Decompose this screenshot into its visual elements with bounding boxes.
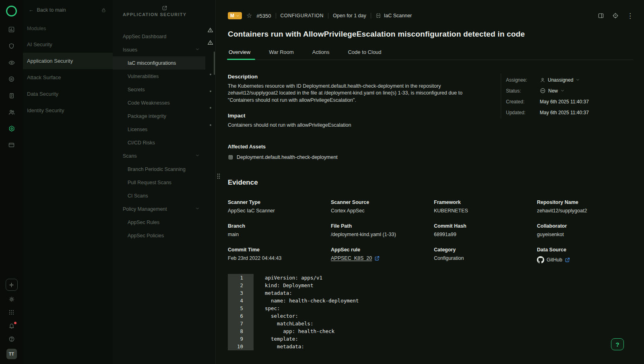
subnav-group-scans[interactable]: Scans	[113, 149, 205, 162]
field-data-source: Data Source GitHub	[537, 247, 634, 263]
field-commit-hash: Commit Hash68991a99	[434, 223, 530, 237]
rail-shield-button[interactable]	[0, 38, 23, 54]
bell-icon	[8, 323, 15, 329]
assignee-select[interactable]: Unassigned	[540, 77, 580, 83]
nav-item-identity-security[interactable]: Identity Security	[23, 102, 113, 119]
subnav-item-code-weaknesses[interactable]: Code Weaknesses	[113, 96, 205, 109]
github-icon	[537, 256, 544, 263]
rail-assets-button[interactable]	[0, 137, 23, 153]
panel-drag-handle[interactable]	[217, 173, 221, 181]
status-new-icon	[540, 88, 546, 94]
crosshair-icon[interactable]	[612, 12, 619, 19]
alert-strip	[205, 0, 216, 364]
divider	[276, 13, 276, 19]
subnav-group-issues[interactable]: Issues	[113, 43, 205, 56]
nav-list: AI Security Application Security Attack …	[23, 36, 113, 119]
code-line: 3metadata:	[228, 289, 634, 297]
external-link-icon[interactable]	[565, 257, 570, 263]
back-to-main-link[interactable]: ← Back to main	[23, 7, 113, 13]
description-title: Description	[228, 74, 489, 80]
tab-overview[interactable]: Overview	[228, 47, 251, 60]
evidence-section: Evidence Scanner TypeAppSec IaC Scanner …	[228, 179, 634, 350]
subnav-item-licenses[interactable]: Licenses	[113, 123, 205, 136]
tab-war-room[interactable]: War Room	[268, 47, 295, 60]
issue-detail-panel: M ☆ #5350 CONFIGURATION Open for 1 day I…	[216, 0, 644, 364]
rail-detection-button[interactable]	[0, 71, 23, 87]
appsec-rule-link[interactable]: APPSEC_K8S_20	[331, 255, 372, 261]
layout-panel-icon[interactable]	[598, 12, 604, 19]
assignee-row: Assignee: Unassigned	[506, 74, 634, 85]
status-row: Status: New	[506, 85, 634, 96]
target-icon	[8, 76, 15, 82]
subnav-item-cicd-risks[interactable]: CI/CD Risks	[113, 136, 205, 149]
subnav-item-appsec-rules[interactable]: AppSec Rules	[113, 216, 205, 229]
issue-id: #5350	[256, 13, 271, 19]
field-scanner-source: Scanner SourceCortex AppSec	[331, 199, 427, 214]
code-line: 7 matchLabels:	[228, 320, 634, 327]
scrollbar-thumb[interactable]	[214, 51, 215, 75]
user-avatar[interactable]: TT	[6, 349, 17, 359]
rail-application-security-button[interactable]	[0, 120, 23, 137]
external-link-icon[interactable]	[374, 256, 380, 261]
subnav-item-pull-request-scans[interactable]: Pull Request Scans	[113, 176, 205, 189]
subnav-item-appsec-policies[interactable]: AppSec Policies	[113, 229, 205, 242]
back-to-main-label: Back to main	[37, 7, 66, 13]
updated-label: Updated:	[506, 110, 540, 115]
issue-topbar: M ☆ #5350 CONFIGURATION Open for 1 day I…	[228, 9, 634, 23]
field-category: CategoryConfiguration	[434, 247, 530, 263]
chevron-down-icon	[195, 206, 200, 212]
popout-icon[interactable]	[162, 5, 167, 11]
scanner-icon	[376, 13, 381, 19]
app-root: TT ← Back to main Modules AI Security Ap…	[0, 0, 644, 364]
data-source-value: GitHub	[547, 257, 562, 263]
back-arrow-icon: ←	[29, 7, 34, 13]
nav-item-attack-surface[interactable]: Attack Surface	[23, 69, 113, 86]
code-line: 9 template:	[228, 335, 634, 343]
nav-item-application-security[interactable]: Application Security	[23, 53, 113, 69]
status-value: New	[548, 88, 558, 94]
rail-apps-button[interactable]	[0, 306, 23, 319]
help-fab-button[interactable]: ?	[611, 338, 624, 350]
status-select[interactable]: New	[540, 88, 565, 94]
issue-meta-panel: Assignee: Unassigned Status: New	[501, 74, 634, 119]
field-scanner-type: Scanner TypeAppSec IaC Scanner	[228, 199, 324, 214]
subnav-item-vulnerabilities[interactable]: Vulnerabilities	[113, 70, 205, 83]
rail-identity-button[interactable]	[0, 104, 23, 120]
kebab-menu-icon[interactable]: ⋮	[627, 12, 634, 19]
rail-bottom-group: TT	[0, 279, 23, 359]
rail-reports-button[interactable]	[0, 87, 23, 104]
subnav-group-policy-management[interactable]: Policy Management	[113, 202, 205, 216]
tab-actions[interactable]: Actions	[312, 47, 330, 60]
created-label: Created:	[506, 99, 540, 105]
subnav-item-package-integrity[interactable]: Package integrity	[113, 109, 205, 123]
star-icon[interactable]: ☆	[246, 12, 252, 19]
eye-icon	[8, 59, 15, 66]
rail-settings-button[interactable]	[0, 292, 23, 306]
subnav-item-secrets[interactable]: Secrets	[113, 83, 205, 96]
rail-dashboards-button[interactable]	[0, 21, 23, 38]
rail-help-button[interactable]	[0, 332, 23, 345]
affected-asset-link[interactable]: Deployment.default.health-check-deployme…	[228, 154, 489, 160]
rail-hub-button[interactable]	[6, 279, 18, 291]
subnav-item-appsec-dashboard[interactable]: AppSec Dashboard	[113, 30, 205, 43]
subnav-item-branch-periodic-scanning[interactable]: Branch Periodic Scanning	[113, 162, 205, 176]
tab-code-to-cloud[interactable]: Code to Cloud	[347, 47, 382, 60]
rail-notifications-button[interactable]	[0, 319, 23, 332]
severity-badge[interactable]: M	[228, 12, 242, 19]
subnav-item-iac-misconfigurations[interactable]: IaC misconfigurations	[113, 56, 205, 70]
code-line: 5spec:	[228, 304, 634, 312]
edge-dot	[210, 124, 211, 126]
topbar-actions: ⋮	[598, 12, 634, 19]
created-row: Created: May 6th 2025 11:40:37	[506, 96, 634, 107]
dashboard-icon	[8, 26, 15, 33]
tab-bar: Overview War Room Actions Code to Cloud	[228, 47, 634, 60]
evidence-title: Evidence	[228, 179, 634, 187]
flyout-title: APPLICATION SECURITY	[113, 12, 205, 17]
chevron-down-icon	[195, 153, 200, 159]
deployment-grid-icon	[228, 154, 233, 160]
nav-item-data-security[interactable]: Data Security	[23, 86, 113, 102]
rail-visibility-button[interactable]	[0, 54, 23, 71]
subnav-item-ci-scans[interactable]: CI Scans	[113, 189, 205, 202]
nav-item-ai-security[interactable]: AI Security	[23, 36, 113, 53]
person-icon	[540, 77, 545, 83]
